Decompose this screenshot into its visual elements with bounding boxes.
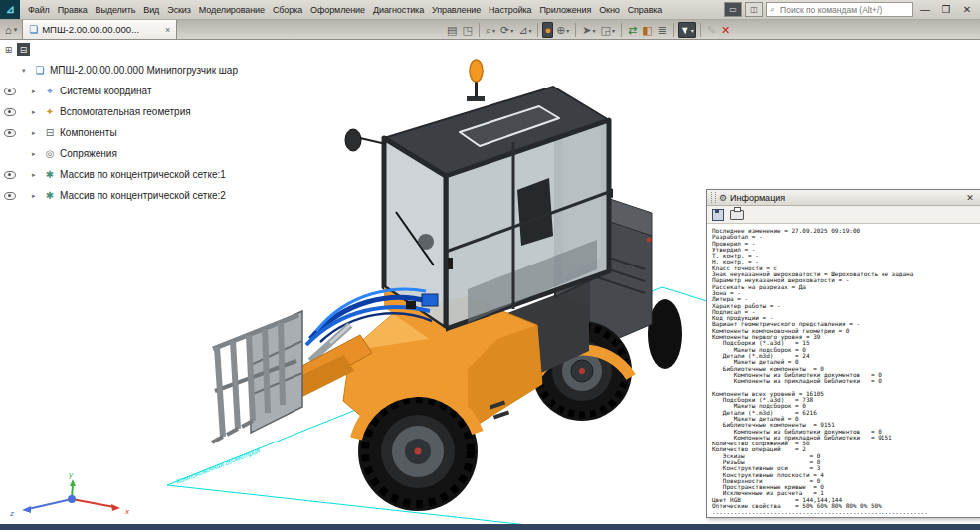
section-view-icon[interactable]: ◧	[640, 22, 654, 38]
tree-item[interactable]: ▸✱Массив по концентрической сетке:2	[32, 185, 261, 206]
chevron-down-icon[interactable]: ▾	[14, 26, 18, 34]
status-bar	[0, 524, 980, 530]
chevron-down-icon[interactable]: ▾	[528, 27, 531, 34]
document-tab[interactable]: ❏ МПШ-2.00.00.00.000... ×	[22, 20, 177, 39]
menu-сборка[interactable]: Сборка	[269, 5, 306, 15]
rebuild-icon-glyph: ⇄	[628, 22, 637, 38]
app-logo-icon[interactable]: ⊿	[0, 0, 20, 19]
visibility-eye-icon[interactable]	[4, 129, 16, 137]
selection-cursor-icon[interactable]: ➤▾	[580, 22, 597, 38]
save-report-icon[interactable]	[712, 209, 724, 221]
menu-управление[interactable]: Управление	[428, 5, 485, 15]
info-panel: ⚙ Информация ✕ Последнее изменение = 27.…	[706, 189, 980, 518]
chevron-down-icon[interactable]: ▾	[593, 27, 596, 34]
tree-item[interactable]: ▸◎Сопряжения	[32, 143, 261, 164]
tree-item[interactable]: ▸✦Вспомогательная геометрия	[32, 101, 261, 122]
edit-pencil-icon[interactable]: ✎	[705, 22, 718, 38]
search-input[interactable]	[778, 4, 909, 16]
tab-close-icon[interactable]: ×	[165, 25, 170, 35]
visibility-eye-icon[interactable]	[4, 171, 16, 179]
concentric-array-icon: ✱	[44, 190, 56, 201]
sheet-grid-icon-glyph: ▤	[447, 22, 457, 38]
menu-окно[interactable]: Окно	[595, 5, 624, 15]
zoom-icon-glyph: ⌕	[486, 22, 491, 38]
menu-оформление[interactable]: Оформление	[306, 5, 369, 15]
snapshot-area-icon[interactable]: ◲▾	[599, 22, 617, 38]
model-tree-items: ▾❏МПШ-2.00.00.00.000 Минипогрузчик шар▸⌖…	[2, 60, 261, 206]
tree-item-label: Компоненты	[60, 127, 117, 138]
report-icon[interactable]: ≣	[656, 22, 669, 38]
maximize-button[interactable]: ❒	[937, 4, 955, 15]
chevron-down-icon[interactable]: ▾	[510, 27, 513, 34]
close-button[interactable]: ✕	[958, 4, 976, 15]
tree-item-label: Массив по концентрической сетке:1	[60, 169, 226, 180]
drag-grip[interactable]	[711, 192, 716, 203]
menu-правка[interactable]: Правка	[54, 5, 92, 15]
chevron-right-icon[interactable]: ▸	[32, 108, 40, 116]
measure-icon[interactable]: ⊿▾	[516, 22, 533, 38]
print-report-icon[interactable]	[730, 210, 744, 220]
home-button[interactable]: ⌂ ▾	[0, 20, 22, 39]
shaded-view-icon[interactable]: ●	[542, 22, 553, 38]
chevron-right-icon[interactable]: ▸	[32, 171, 40, 179]
orbit-icon[interactable]: ⟳▾	[498, 22, 515, 38]
chevron-right-icon[interactable]: ▸	[32, 88, 40, 95]
menu-приложения[interactable]: Приложения	[536, 5, 596, 15]
tree-item[interactable]: ▾❏МПШ-2.00.00.00.000 Минипогрузчик шар	[22, 60, 261, 81]
command-search[interactable]: ⌕	[766, 2, 913, 17]
sheet-grid-icon[interactable]: ▤	[445, 22, 459, 38]
visibility-eye-icon[interactable]	[4, 108, 16, 116]
minimize-button[interactable]: —	[916, 4, 934, 15]
chevron-down-icon[interactable]: ▾	[492, 27, 495, 34]
3d-viewport[interactable]: Компоновочная геометрия	[0, 41, 980, 524]
chevron-right-icon[interactable]: ▸	[32, 150, 40, 158]
menu-эскиз[interactable]: Эскиз	[163, 5, 195, 15]
tree-composition-icon[interactable]: ⊟	[17, 43, 30, 56]
toolbar-separator	[575, 23, 576, 37]
info-panel-title: Информация	[730, 193, 785, 203]
zoom-icon[interactable]: ⌕▾	[484, 22, 497, 38]
fullscreen-icon[interactable]: ▭	[724, 2, 742, 17]
chevron-right-icon[interactable]: ▸	[32, 129, 40, 137]
filter-icon[interactable]: ▼▾	[678, 22, 696, 38]
toolbar-separator	[537, 23, 538, 37]
visibility-eye-icon[interactable]	[4, 192, 16, 200]
info-panel-close-icon[interactable]: ✕	[964, 193, 976, 203]
menu-настройка[interactable]: Настройка	[485, 5, 535, 15]
section-view-icon-glyph: ◧	[642, 22, 652, 38]
chevron-down-icon[interactable]: ▾	[566, 27, 569, 34]
menu-диагностика[interactable]: Диагностика	[369, 5, 428, 15]
chevron-right-icon[interactable]: ▸	[32, 192, 40, 200]
info-panel-titlebar[interactable]: ⚙ Информация ✕	[707, 190, 980, 206]
measure-icon-glyph: ⊿	[518, 22, 527, 38]
layout-icon[interactable]: ◫	[745, 2, 763, 17]
menu-выделить[interactable]: Выделить	[92, 5, 140, 15]
rebuild-icon[interactable]: ⇄	[626, 22, 639, 38]
document-icon: ❏	[29, 24, 38, 35]
abort-icon[interactable]: ✕	[719, 22, 732, 38]
view-toolbar: ▤◳⌕▾⟳▾⊿▾●⊕▾➤▾◲▾⇄◧≣▼▾✎✕	[445, 21, 732, 39]
chevron-down-icon[interactable]: ▾	[22, 67, 30, 75]
tree-item[interactable]: ▸⌖Системы координат	[32, 81, 261, 101]
menu-моделирование[interactable]: Моделирование	[195, 5, 269, 15]
components-icon: ⊟	[44, 127, 56, 138]
orientation-globe-icon[interactable]: ⊕▾	[554, 22, 571, 38]
toolbar-separator	[621, 23, 622, 37]
mates-icon: ◎	[44, 148, 56, 159]
chevron-down-icon[interactable]: ▾	[612, 27, 615, 34]
toolbar-separator	[479, 23, 480, 37]
plane-label: Компоновочная геометрия	[175, 446, 262, 486]
chevron-down-icon[interactable]: ▾	[691, 27, 694, 34]
menu-вид[interactable]: Вид	[139, 5, 163, 15]
tree-item[interactable]: ▸⊟Компоненты	[32, 122, 261, 143]
assembly-icon: ❏	[34, 65, 46, 76]
tree-item-label: Сопряжения	[60, 148, 117, 159]
menu-файл[interactable]: Файл	[24, 5, 54, 15]
menu-справка[interactable]: Справка	[624, 5, 667, 15]
tree-structure-icon[interactable]: ⊞	[2, 43, 15, 56]
concentric-array-icon: ✱	[44, 169, 56, 180]
plane-corner-icon[interactable]: ◳	[460, 22, 474, 38]
tree-item[interactable]: ▸✱Массив по концентрической сетке:1	[32, 164, 261, 185]
xyz-triad: x z y	[9, 470, 130, 518]
visibility-eye-icon[interactable]	[4, 88, 16, 95]
